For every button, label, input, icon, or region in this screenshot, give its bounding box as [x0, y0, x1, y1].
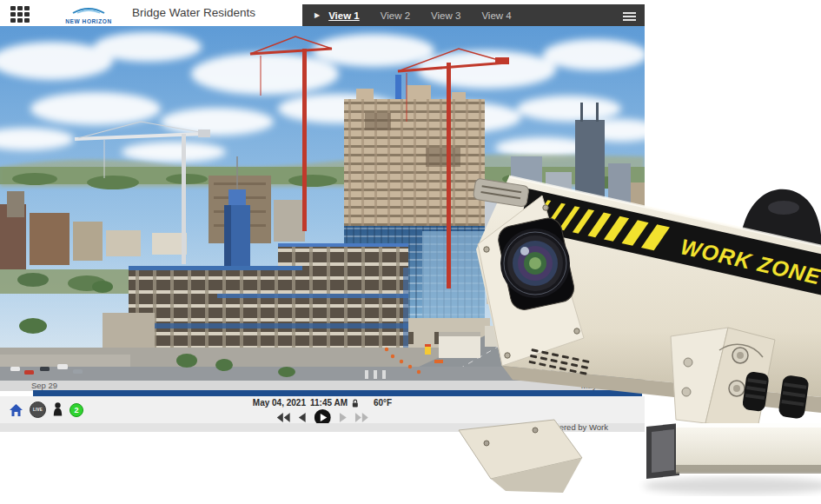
- tabs-arrow-icon[interactable]: ▶: [314, 11, 320, 19]
- new-horizon-logo[interactable]: NEW HORIZON: [54, 3, 123, 24]
- time-text: 11:45 AM: [310, 398, 348, 408]
- person-button[interactable]: [52, 402, 63, 417]
- tab-view-4[interactable]: View 4: [481, 10, 511, 21]
- tab-view-2[interactable]: View 2: [381, 10, 410, 21]
- fast-forward-button[interactable]: [354, 413, 367, 422]
- logo-swoosh-icon: [70, 5, 108, 15]
- live-label: LIVE: [33, 408, 43, 412]
- apps-grid-icon[interactable]: [10, 6, 31, 23]
- view-tab-bar: ▶ View 1 View 2 View 3 View 4: [302, 4, 645, 26]
- mount-bracket: [671, 328, 775, 428]
- support-beam: [646, 423, 821, 479]
- timeline-scrubber[interactable]: [33, 390, 642, 396]
- work-zone-cam-label: WORK ZONE CAM: [679, 234, 821, 302]
- webcam-photo: [0, 26, 645, 381]
- playback-control-bar: LIVE 2 May 04, 2021 11:45 AM 60°F: [0, 396, 645, 423]
- lock-icon: [352, 399, 359, 408]
- hamburger-menu-icon[interactable]: [623, 10, 636, 23]
- temperature-display: 60°F: [374, 398, 392, 408]
- users-count: 2: [74, 404, 78, 416]
- page-title: Bridge Water Residents: [132, 0, 255, 26]
- header: NEW HORIZON Bridge Water Residents ▶ Vie…: [0, 0, 645, 26]
- rewind-button[interactable]: [276, 413, 289, 422]
- step-back-button[interactable]: [298, 413, 305, 422]
- tab-view-1[interactable]: View 1: [328, 10, 360, 21]
- step-forward-button[interactable]: [339, 413, 346, 422]
- powered-by-text: Powered by Work: [543, 422, 608, 432]
- users-count-badge[interactable]: 2: [70, 403, 83, 417]
- tab-view-3[interactable]: View 3: [431, 10, 460, 21]
- home-button[interactable]: [9, 403, 23, 417]
- webcam-viewer: NEW HORIZON Bridge Water Residents ▶ Vie…: [0, 0, 645, 432]
- date-text: May 04, 2021: [253, 398, 306, 408]
- person-icon: [52, 402, 63, 417]
- ptz-dome: [738, 189, 821, 277]
- viewer-footer: Powered by Work: [0, 423, 645, 432]
- brand-text: NEW HORIZON: [54, 18, 123, 24]
- live-button[interactable]: LIVE: [30, 401, 46, 418]
- cable-glands: [742, 371, 810, 420]
- camera-shadow: [643, 477, 821, 494]
- datetime-display: May 04, 2021 11:45 AM 60°F: [253, 398, 392, 408]
- home-icon: [9, 403, 23, 417]
